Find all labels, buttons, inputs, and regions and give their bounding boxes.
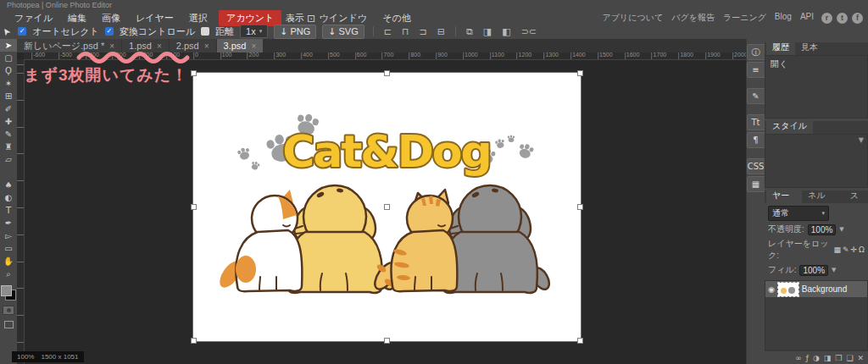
transform-handle[interactable]: [384, 338, 390, 344]
header-link[interactable]: Blog: [775, 12, 792, 24]
path-select-tool[interactable]: ▻: [0, 229, 17, 242]
canvas[interactable]: Cat&Dog: [193, 73, 581, 341]
history-entry[interactable]: 開く: [765, 56, 867, 73]
reddit-icon[interactable]: r: [821, 13, 832, 24]
image-panel-icon[interactable]: ▦: [747, 176, 765, 192]
zoom-preset-select[interactable]: 1x▾: [240, 25, 268, 38]
transform-handle[interactable]: [191, 204, 197, 210]
styles-dropdown-icon[interactable]: ▼: [859, 136, 864, 144]
hand-tool[interactable]: ✋: [0, 255, 17, 267]
lock-transparency-icon[interactable]: ▦: [834, 245, 842, 254]
transform-handle[interactable]: [191, 338, 197, 344]
align-left-icon[interactable]: ⊏: [382, 26, 393, 37]
menu-item[interactable]: 編集: [62, 11, 92, 25]
align-center-icon[interactable]: ⊓: [400, 26, 411, 37]
move-tool[interactable]: ➤: [0, 39, 17, 52]
info-icon[interactable]: ⓘ: [747, 44, 765, 60]
header-link[interactable]: バグを報告: [671, 12, 715, 24]
close-tab-icon[interactable]: ×: [204, 41, 209, 51]
healing-tool[interactable]: ✚: [0, 115, 17, 128]
clip-option-icon[interactable]: ◧: [500, 26, 512, 37]
tab-styles[interactable]: スタイル: [766, 119, 813, 134]
distribute-icon[interactable]: ⊟: [436, 26, 447, 37]
foreground-color-swatch[interactable]: [1, 285, 12, 296]
new-group-icon[interactable]: ❒: [835, 354, 842, 362]
link-layers-icon[interactable]: ∞: [795, 354, 802, 362]
paragraph-icon[interactable]: ¶: [747, 132, 765, 148]
blur-tool[interactable]: ♠: [0, 179, 17, 191]
blend-mode-select[interactable]: 通常▾: [768, 206, 829, 221]
layer-mask-icon[interactable]: ◨: [824, 354, 832, 362]
fullscreen-icon[interactable]: ⊡: [303, 13, 320, 25]
menu-item[interactable]: ファイル: [8, 11, 58, 25]
select-tool[interactable]: ▢: [0, 52, 17, 64]
brush-settings-icon[interactable]: ✎: [747, 88, 765, 104]
header-link[interactable]: アプリについて: [603, 12, 664, 24]
transform-handle[interactable]: [384, 204, 390, 210]
lock-move-icon[interactable]: ✛: [851, 245, 858, 254]
adjustment-icon[interactable]: ◑: [813, 354, 820, 362]
transform-controls-checkbox[interactable]: ✓: [105, 27, 114, 36]
shape-tool[interactable]: ▭: [0, 242, 17, 255]
menu-item[interactable]: 選択: [183, 11, 214, 25]
gradient-tool[interactable]: [0, 166, 17, 179]
lasso-tool[interactable]: Ϙ: [0, 64, 17, 77]
transform-handle[interactable]: [191, 70, 197, 76]
twitter-icon[interactable]: t: [837, 13, 848, 24]
zoom-tool[interactable]: ⌕: [0, 267, 17, 280]
new-layer-icon[interactable]: ❑: [846, 354, 853, 362]
mask-option-icon[interactable]: ◨: [481, 26, 493, 37]
lock-all-icon[interactable]: Ω: [859, 245, 865, 254]
opacity-dropdown-icon[interactable]: ▼: [839, 226, 843, 233]
brush-tool[interactable]: ✎: [0, 128, 17, 141]
transform-handle[interactable]: [577, 204, 583, 210]
type-tool[interactable]: T: [0, 204, 17, 217]
constrain-icon[interactable]: ⊃⊂: [520, 26, 538, 37]
vertical-ruler[interactable]: [17, 59, 25, 364]
color-swatches[interactable]: [1, 285, 16, 301]
facebook-icon[interactable]: f: [852, 13, 863, 24]
header-link[interactable]: API: [800, 12, 814, 24]
clone-stamp-tool[interactable]: ♜: [0, 141, 17, 153]
layer-thumbnail[interactable]: [778, 283, 798, 296]
screen-mode-button[interactable]: [4, 321, 14, 328]
fill-dropdown-icon[interactable]: ▼: [832, 267, 836, 273]
lock-paint-icon[interactable]: ✎: [843, 245, 849, 254]
transform-handle[interactable]: [577, 70, 583, 76]
quick-mask-button[interactable]: [3, 306, 14, 315]
pen-tool[interactable]: ✒: [0, 217, 17, 229]
align-right-icon[interactable]: ⊐: [418, 26, 429, 37]
fill-value[interactable]: 100%: [799, 265, 828, 276]
layer-row[interactable]: ◉ Background: [765, 281, 867, 297]
auto-select-checkbox[interactable]: ✓: [18, 27, 26, 36]
delete-layer-icon[interactable]: ✕: [857, 354, 864, 362]
rasterize-icon[interactable]: ⧉: [465, 26, 475, 37]
distance-checkbox[interactable]: [201, 27, 209, 36]
header-link[interactable]: ラーニング: [723, 12, 766, 24]
export-svg-button[interactable]: ↓ SVG: [322, 25, 364, 39]
menu-item[interactable]: その他: [376, 11, 417, 25]
menu-item[interactable]: ウインドウ: [314, 11, 373, 25]
export-png-button[interactable]: ↓ PNG: [274, 25, 316, 39]
menu-item[interactable]: 画像: [96, 11, 126, 25]
properties-icon[interactable]: ≡: [747, 62, 765, 78]
menu-item[interactable]: レイヤー: [130, 11, 180, 25]
crop-tool[interactable]: ⊞: [0, 90, 17, 102]
transform-handle[interactable]: [577, 338, 583, 344]
tab-history[interactable]: 履歴: [766, 41, 795, 55]
search-icon[interactable]: ⌕: [285, 13, 299, 25]
layer-effects-icon[interactable]: ƒ: [806, 354, 809, 362]
layers-panel-tabs: レイヤー チャンネル パス: [765, 190, 868, 203]
eyedropper-tool[interactable]: ✐: [0, 102, 17, 115]
character-icon[interactable]: Tt: [747, 114, 765, 130]
document-tab[interactable]: 3.psd ×: [217, 39, 264, 52]
magic-wand-tool[interactable]: ✶: [0, 77, 17, 90]
opacity-value[interactable]: 100%: [808, 224, 837, 235]
css-icon[interactable]: CSS: [747, 158, 765, 174]
dodge-tool[interactable]: ◐: [0, 191, 17, 204]
close-tab-icon[interactable]: ×: [251, 41, 256, 51]
eraser-tool[interactable]: ▱: [0, 153, 17, 166]
transform-handle[interactable]: [384, 70, 390, 76]
layer-visibility-icon[interactable]: ◉: [768, 285, 775, 294]
tab-swatches[interactable]: 見本: [795, 41, 824, 55]
